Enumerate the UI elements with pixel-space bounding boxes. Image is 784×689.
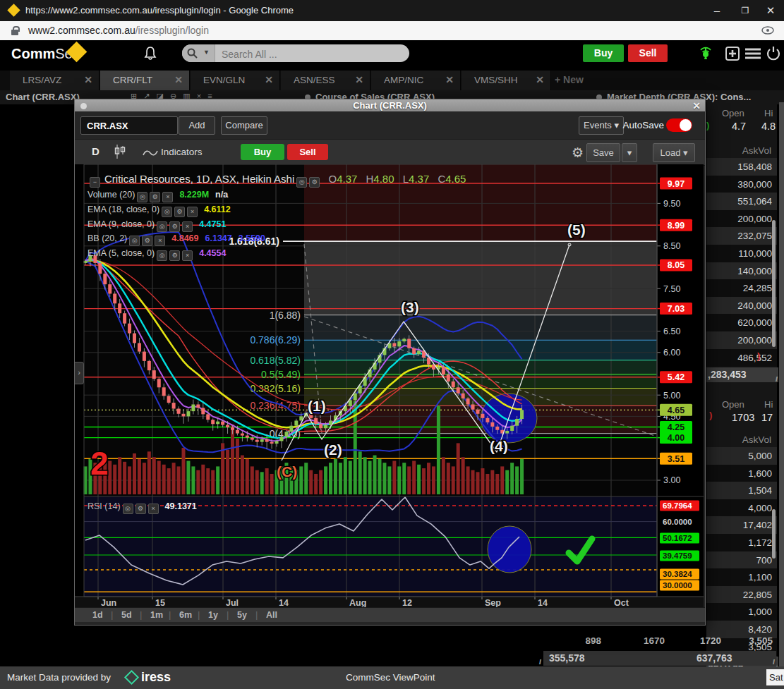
indicators-icon [143,149,158,157]
app-header: CommSec ▼ Buy Sell [0,40,784,66]
depth-row[interactable]: 1,172 [706,534,777,551]
depth-row[interactable]: 140,000 [706,262,777,280]
url-bar[interactable]: www2.commsec.com.au/iressplugin/login [0,21,784,41]
tab-ASN/ESS[interactable]: ASN/ESS✕ [281,71,370,90]
interval-button[interactable]: D [92,145,99,157]
svg-text:Oct: Oct [614,598,629,607]
tab-close-icon[interactable]: ✕ [355,74,363,85]
tab-CRR/FLT[interactable]: CRR/FLT✕ [100,71,190,90]
tab-EVN/GLN[interactable]: EVN/GLN✕ [191,71,280,90]
range-button-1m[interactable]: 1m [150,610,163,620]
chart-sell-button[interactable]: Sell [287,144,328,160]
depth-row[interactable]: 22,805 [706,586,777,604]
header-sell-button[interactable]: Sell [628,44,668,62]
text-fragment: ) [709,410,712,420]
depth-row[interactable]: 5,000 [706,447,777,465]
tab-close-icon[interactable]: ✕ [445,74,454,85]
tab-label: LRS/AVZ [23,75,61,85]
depth-row[interactable]: 486,552 [706,349,777,367]
svg-text:3.00: 3.00 [663,475,680,485]
browser-scrollbar[interactable] [779,102,784,666]
depth-row[interactable]: 158,408 [706,158,777,176]
tab-close-icon[interactable]: ✕ [265,74,273,85]
depth-row[interactable]: 551,064 [706,193,777,210]
indicators-button[interactable]: Indicators [161,147,203,157]
bottom-quote-strip: 355,578 637,763 // // 898167017203,505 [543,633,776,666]
tab-AMP/NIC[interactable]: AMP/NIC✕ [371,71,461,90]
depth-row[interactable]: 620,000 [706,314,777,331]
search-input[interactable] [220,47,392,61]
search-scope-dropdown[interactable]: ▼ [182,44,215,62]
candle-style-icon[interactable] [114,145,126,159]
symbol-input[interactable] [80,116,178,135]
svg-text:(2): (2) [324,441,342,458]
depth-row[interactable]: 1,100 [706,568,777,586]
save-dropdown-icon[interactable]: ▾ [622,143,637,162]
depth-row[interactable]: 200,000 [706,210,777,228]
viewpoint-label: CommSec ViewPoint [346,672,435,683]
eye-icon[interactable] [761,26,774,35]
chart-buy-button[interactable]: Buy [241,144,284,160]
power-icon[interactable] [766,46,780,61]
streaming-status-icon[interactable] [697,45,714,62]
window-close-icon[interactable]: ✕ [692,100,701,112]
add-button[interactable]: Add [179,116,215,135]
svg-text:8.05: 8.05 [668,260,685,270]
chart-toolbar-main: D Indicators Buy Sell ⚙ Save ▾ Load ▾ [75,139,705,166]
svg-text:1.618(8.61): 1.618(8.61) [229,236,279,247]
svg-text:Aug: Aug [349,598,366,607]
events-button[interactable]: Events ▾ [579,116,624,135]
depth-row[interactable]: 17,402 [706,516,777,534]
svg-text:Jul: Jul [226,598,239,607]
tab-close-icon[interactable]: ✕ [84,74,92,85]
tab-LRS/AVZ[interactable]: LRS/AVZ✕ [10,71,99,90]
url-text[interactable]: www2.commsec.com.au/iressplugin/login [28,25,209,36]
menu-icon[interactable] [745,48,761,59]
expand-sidebar-icon[interactable]: › [75,362,84,384]
header-buy-button[interactable]: Buy [583,44,624,62]
svg-text:(3): (3) [401,299,419,315]
scrollbar-thumb[interactable] [772,509,776,559]
depth-row[interactable]: 110,000 [706,245,777,262]
depth-row[interactable]: 24,285 [706,279,777,297]
chart-canvas[interactable]: 1.618(8.61)1(6.88)0.786(6.29)0.618(5.82)… [75,164,704,607]
svg-text:Sep: Sep [485,598,501,607]
load-button[interactable]: Load ▾ [653,143,695,162]
range-button-5d[interactable]: 5d [121,610,132,620]
tab-close-icon[interactable]: ✕ [174,74,183,85]
range-button-6m[interactable]: 6m [179,610,192,620]
depth-row[interactable]: 1,600 [706,465,777,482]
save-button[interactable]: Save [586,143,620,162]
new-tab-button[interactable]: + New [555,74,584,85]
minimize-icon[interactable]: – [706,3,728,18]
range-button-All[interactable]: All [266,610,277,620]
range-button-1d[interactable]: 1d [92,610,103,620]
scrollbar-thumb[interactable] [772,220,776,347]
bell-icon[interactable] [144,46,157,60]
add-panel-icon[interactable] [725,47,740,61]
maximize-icon[interactable]: ❐ [735,3,756,18]
open-label: Open [722,108,744,118]
chart-window-title-bar[interactable]: Chart (CRR.ASX) ✕ [75,99,705,111]
gear-icon[interactable]: ⚙ [572,145,584,161]
depth-row[interactable]: 700 [706,551,777,569]
tab-close-icon[interactable]: ✕ [536,74,544,85]
autosave-toggle[interactable] [666,118,692,132]
resize-grip-icon[interactable]: // [776,372,776,387]
compare-button[interactable]: Compare [221,116,267,135]
depth-total: ,283,453// [706,367,778,382]
range-button-5y[interactable]: 5y [237,610,247,620]
search-box[interactable]: ▼ [182,44,409,62]
depth-row[interactable]: 200,000 [706,331,777,349]
depth-row[interactable]: 1,504 [706,482,777,499]
tab-VMS/SHH[interactable]: VMS/SHH✕ [462,71,551,90]
close-icon[interactable]: ✕ [760,3,781,18]
depth-row[interactable]: 232,075 [706,227,777,245]
depth-row[interactable]: 240,000 [706,297,777,315]
depth-row[interactable]: 4,000 [706,499,777,517]
svg-text:8.99: 8.99 [668,221,685,231]
depth-row[interactable]: 1,000 [706,603,777,621]
depth-row[interactable]: 380,000 [706,176,777,193]
range-button-1y[interactable]: 1y [208,610,218,620]
window-drag-dot-icon[interactable] [80,103,87,109]
